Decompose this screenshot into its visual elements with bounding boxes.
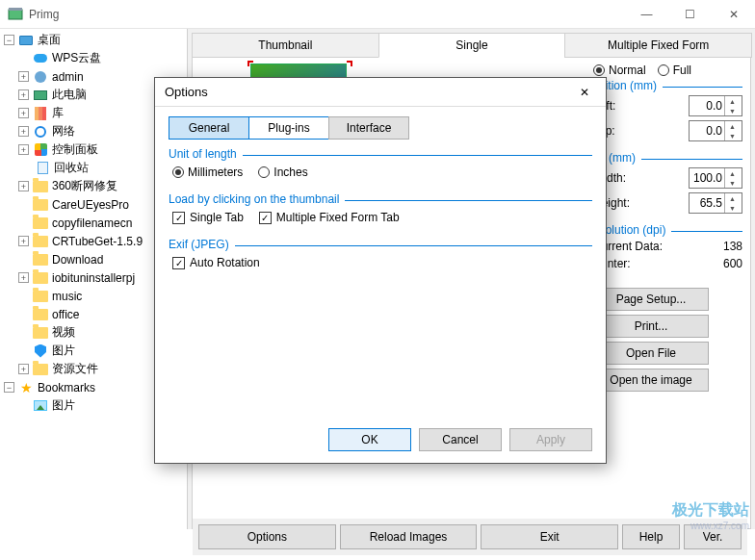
tab-plugins[interactable]: Plug-ins	[248, 116, 329, 140]
expander-icon[interactable]: +	[18, 181, 29, 191]
spin-down-icon[interactable]: ▼	[725, 106, 740, 115]
options-dialog: Options ✕ General Plug-ins Interface Uni…	[154, 77, 607, 464]
printer-dpi-value: 600	[723, 257, 742, 270]
expander-icon[interactable]: +	[18, 236, 29, 246]
load-legend: Load by clicking on the thumbnail	[169, 192, 345, 206]
expander-icon[interactable]: −	[4, 382, 14, 393]
ok-button[interactable]: OK	[328, 428, 411, 451]
tab-thumbnail[interactable]: Thumbnail	[192, 33, 379, 58]
close-dialog-button[interactable]: ✕	[569, 80, 600, 105]
print-button[interactable]: Print...	[593, 315, 709, 338]
current-data-value: 138	[723, 240, 742, 253]
window-title: Primg	[29, 8, 625, 21]
minimize-button[interactable]: —	[625, 0, 668, 29]
svg-rect-1	[9, 8, 22, 11]
apply-button[interactable]: Apply	[509, 428, 592, 451]
checkbox-auto-rotation[interactable]: Auto Rotation	[172, 256, 260, 269]
tree-desktop[interactable]: −桌面	[2, 31, 185, 49]
version-button[interactable]: Ver.	[684, 524, 742, 549]
unit-legend: Unit of length	[169, 147, 243, 161]
checkbox-mff-tab[interactable]: Multiple Fixed Form Tab	[259, 211, 400, 224]
tab-general[interactable]: General	[169, 116, 249, 140]
spin-up-icon[interactable]: ▲	[725, 121, 740, 131]
star-icon: ★	[18, 380, 34, 395]
expander-icon[interactable]: +	[18, 272, 29, 283]
expander-icon[interactable]: +	[18, 89, 29, 100]
open-image-button[interactable]: Open the image	[593, 369, 709, 392]
expander-icon[interactable]: +	[18, 126, 29, 137]
tab-single[interactable]: Single	[378, 33, 566, 58]
radio-inches[interactable]: Inches	[258, 165, 307, 179]
left-input[interactable]: ▲▼	[689, 95, 742, 116]
expander-icon[interactable]: +	[18, 71, 29, 82]
spin-up-icon[interactable]: ▲	[725, 96, 740, 106]
exit-button[interactable]: Exit	[481, 524, 618, 549]
top-input[interactable]: ▲▼	[689, 120, 742, 141]
tab-mff[interactable]: Multiple Fixed Form	[564, 33, 752, 58]
exif-legend: Exif (JPEG)	[169, 238, 235, 251]
spin-up-icon[interactable]: ▲	[725, 193, 740, 203]
cancel-button[interactable]: Cancel	[419, 428, 502, 451]
close-window-button[interactable]: ✕	[712, 0, 755, 29]
expander-icon[interactable]: +	[18, 364, 29, 374]
maximize-button[interactable]: ☐	[668, 0, 712, 29]
checkbox-single-tab[interactable]: Single Tab	[172, 211, 244, 224]
svg-rect-0	[9, 10, 22, 19]
reload-images-button[interactable]: Reload Images	[340, 524, 478, 549]
page-setup-button[interactable]: Page Setup...	[593, 288, 709, 311]
open-file-button[interactable]: Open File	[593, 342, 709, 365]
height-input[interactable]: ▲▼	[689, 192, 742, 214]
spin-up-icon[interactable]: ▲	[725, 168, 740, 178]
tree-wps[interactable]: WPS云盘	[2, 49, 185, 67]
app-icon	[8, 7, 23, 22]
radio-millimeters[interactable]: Millimeters	[172, 165, 243, 179]
radio-normal[interactable]: Normal	[593, 64, 646, 77]
dialog-title: Options	[165, 85, 569, 99]
help-button[interactable]: Help	[622, 524, 680, 549]
spin-down-icon[interactable]: ▼	[725, 203, 740, 213]
options-button[interactable]: Options	[198, 524, 336, 549]
spin-down-icon[interactable]: ▼	[725, 131, 740, 140]
expander-icon[interactable]: +	[18, 144, 29, 155]
width-input[interactable]: ▲▼	[689, 167, 742, 189]
expander-icon[interactable]: +	[18, 108, 29, 118]
radio-full[interactable]: Full	[658, 64, 691, 77]
spin-down-icon[interactable]: ▼	[725, 178, 740, 188]
tab-interface[interactable]: Interface	[328, 116, 409, 140]
expander-icon[interactable]: −	[4, 35, 14, 45]
